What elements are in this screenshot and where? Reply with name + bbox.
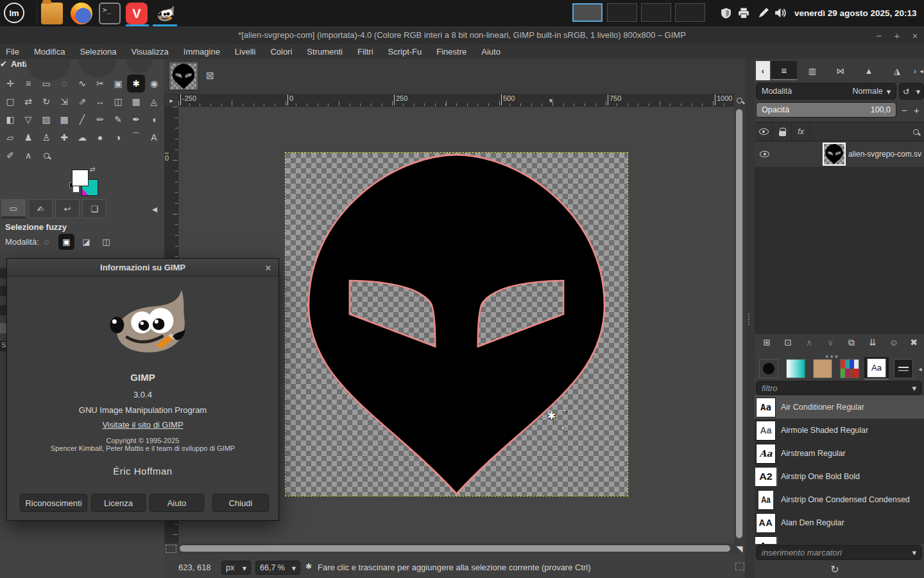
workspace-3[interactable] xyxy=(641,3,671,22)
firefox-launcher-icon[interactable] xyxy=(71,3,92,24)
horizontal-scrollbar-thumb[interactable] xyxy=(180,545,730,552)
bucket-fill-tool[interactable]: ◧ xyxy=(1,110,19,128)
vertical-scrollbar-thumb[interactable] xyxy=(736,109,742,538)
dock-scroll-right-icon[interactable]: › xyxy=(911,61,919,80)
tab-paths[interactable]: ⋈ xyxy=(828,61,853,80)
license-button[interactable]: Licenza xyxy=(91,494,146,512)
tab-patterns[interactable] xyxy=(810,357,835,380)
tab-channels[interactable]: ▥ xyxy=(800,61,825,80)
perspective-clone-tool[interactable]: ♙ xyxy=(37,128,55,146)
layer-search-icon[interactable] xyxy=(907,123,924,141)
statusbar-mini-icon[interactable] xyxy=(735,563,744,570)
dock-scroll-left-icon[interactable]: ‹ xyxy=(756,61,770,80)
add-mask-button[interactable]: ☺ xyxy=(886,334,902,351)
mode-subtract-button[interactable]: ◪ xyxy=(78,234,94,250)
help-button[interactable]: Aiuto xyxy=(150,494,204,512)
tab-histogram[interactable]: ▲ xyxy=(856,61,882,80)
tab-palettes[interactable] xyxy=(837,357,862,380)
mode-intersect-button[interactable]: ◫ xyxy=(98,234,114,250)
opacity-slider[interactable]: Opacità 100,0 xyxy=(756,102,896,118)
font-filter-input[interactable]: filtro ▾ xyxy=(756,381,922,395)
text-tool[interactable]: A xyxy=(145,128,163,146)
workspace-1[interactable] xyxy=(572,3,603,22)
refresh-fonts-icon[interactable]: ↻ xyxy=(828,563,841,575)
handle-transform-tool[interactable]: ▦ xyxy=(127,92,145,110)
palette-dock-menu-icon[interactable]: ◂ xyxy=(917,363,923,374)
quick-mask-toggle[interactable] xyxy=(166,545,176,553)
layer-row[interactable]: alien-svgrepo-com.sv xyxy=(755,141,924,167)
terminal-launcher-icon[interactable]: >_ xyxy=(99,3,121,24)
zoom-dropdown[interactable]: 66,7 % ▾ xyxy=(255,561,300,575)
vertical-scrollbar[interactable] xyxy=(734,107,745,543)
dock-collapse-icon[interactable]: ◂ xyxy=(149,203,160,215)
move-tool[interactable]: ✛ xyxy=(1,74,19,92)
fuzzy-select-tool[interactable]: ✱ xyxy=(127,74,145,92)
dialog-titlebar[interactable]: Informazioni su GIMP xyxy=(7,259,278,277)
scale-tool[interactable]: ⇲ xyxy=(55,92,73,110)
navigation-preview-button[interactable]: ◥ xyxy=(734,543,745,554)
rectangle-select-tool[interactable]: ▭ xyxy=(37,74,55,92)
font-list-item[interactable]: Aa Airmole Shaded Regular xyxy=(755,419,924,442)
font-list-item[interactable]: A2 Airstrip One Bold Bold xyxy=(755,465,924,488)
mypaint-brush-tool[interactable]: ◖ xyxy=(145,110,163,128)
tab-device-status[interactable]: ✍ xyxy=(28,199,53,218)
vivaldi-launcher-icon[interactable]: V xyxy=(126,3,148,24)
delete-layer-button[interactable]: ✖ xyxy=(905,334,922,351)
rotate-tool[interactable]: ↻ xyxy=(37,92,55,110)
tab-pointer[interactable]: ◮ xyxy=(884,61,910,80)
blend-space-button[interactable]: ↺ ▾ xyxy=(899,83,924,100)
gradient-tool[interactable]: ▨ xyxy=(37,110,55,128)
tab-gradients[interactable] xyxy=(783,357,808,380)
dock-menu-icon[interactable]: ◂ xyxy=(919,61,924,80)
layer-name[interactable]: alien-svgrepo-com.sv xyxy=(848,150,921,159)
horizontal-scrollbar[interactable] xyxy=(178,545,732,552)
lower-layer-button[interactable]: ∨ xyxy=(822,334,839,351)
menu-livelli[interactable]: Livelli xyxy=(235,47,256,57)
website-link[interactable]: Visitate il sito di GIMP xyxy=(7,420,278,430)
image-canvas[interactable] xyxy=(286,153,628,496)
tab-brushes[interactable] xyxy=(757,357,781,380)
paths-tool[interactable]: ⌒ xyxy=(127,128,145,146)
tab-images[interactable]: ❏ xyxy=(82,199,107,218)
mode-replace-button[interactable]: ◌ xyxy=(38,234,55,250)
window-titlebar[interactable]: *[alien-svgrepo-com] (importata)-4.0 (Co… xyxy=(0,26,924,44)
align-tool[interactable]: ≡ xyxy=(19,74,37,92)
paintbrush-tool[interactable]: ╱ xyxy=(73,110,91,128)
opacity-increase-icon[interactable]: + xyxy=(911,103,922,116)
firewall-shield-icon[interactable] xyxy=(721,8,732,19)
menu-modifica[interactable]: Modifica xyxy=(34,47,65,57)
zoom-follow-window-icon[interactable] xyxy=(734,94,745,107)
clone-tool[interactable]: ♟ xyxy=(19,128,37,146)
crop-tool[interactable]: ▢ xyxy=(1,92,19,110)
color-picker-tool[interactable]: ✐ xyxy=(1,146,19,164)
blur-sharpen-tool[interactable]: ● xyxy=(91,128,109,146)
tab-tool-options[interactable]: ▭ xyxy=(1,199,26,218)
pencil-tool[interactable]: ✏ xyxy=(91,110,109,128)
workspace-2[interactable] xyxy=(607,3,637,22)
empty-image-tab-icon[interactable]: ⊠ xyxy=(203,68,217,82)
layer-visibility-icon[interactable] xyxy=(760,151,769,157)
ellipse-select-tool[interactable]: ◌ xyxy=(55,74,73,92)
effects-column-header[interactable]: fx xyxy=(792,123,810,141)
cage-transform-tool[interactable]: ▽ xyxy=(19,110,37,128)
font-list-item[interactable]: Aa xyxy=(755,534,924,544)
files-launcher-icon[interactable] xyxy=(41,3,63,24)
flip-tool[interactable]: ↔ xyxy=(91,92,109,110)
scissors-select-tool[interactable]: ✂ xyxy=(91,74,109,92)
volume-icon[interactable] xyxy=(774,7,787,19)
printer-applet-icon[interactable] xyxy=(738,8,749,19)
foreground-color-swatch[interactable] xyxy=(72,170,89,186)
merge-layer-button[interactable]: ⇊ xyxy=(864,334,881,351)
transform-3d-tool[interactable]: ◫ xyxy=(109,92,127,110)
font-list-item[interactable]: Aa Air Conditioner Regular xyxy=(755,396,924,419)
ink-tool[interactable]: ✒ xyxy=(127,110,145,128)
foreground-select-tool[interactable]: ▣ xyxy=(109,74,127,92)
swap-colors-icon[interactable]: ⇄ xyxy=(90,166,95,173)
tab-layers[interactable]: ≡ xyxy=(771,61,797,80)
dock-splitter[interactable] xyxy=(745,59,755,578)
clock[interactable]: venerdì 29 agosto 2025, 20:13 xyxy=(794,0,917,26)
tab-document-history[interactable] xyxy=(891,357,916,380)
ruler-corner-button[interactable]: ▸ xyxy=(164,94,178,107)
workspace-4[interactable] xyxy=(675,3,705,22)
menu-seleziona[interactable]: Seleziona xyxy=(80,47,116,57)
